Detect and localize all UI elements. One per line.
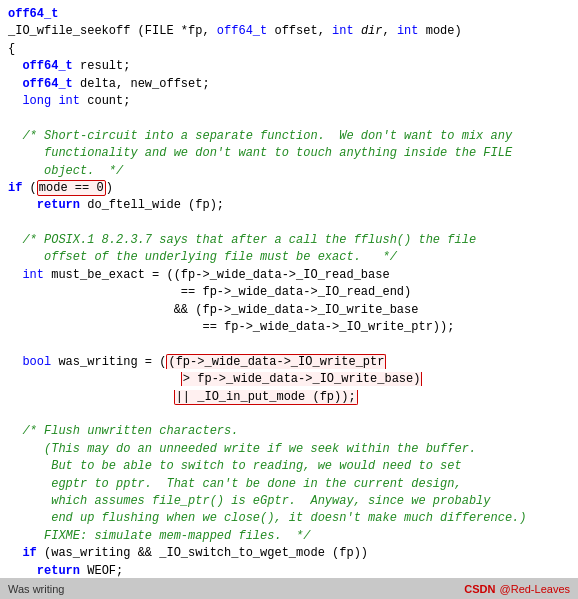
code-line-21: bool was_writing = ((fp->_wide_data->_IO…: [8, 354, 570, 371]
code-line-22: > fp->_wide_data->_IO_write_base): [8, 371, 570, 388]
code-line-2: _IO_wfile_seekoff (FILE *fp, off64_t off…: [8, 23, 570, 40]
code-line-25: /* Flush unwritten characters.: [8, 423, 570, 440]
code-line-4: off64_t result;: [8, 58, 570, 75]
code-line-13: [8, 215, 570, 232]
code-line-8: /* Short-circuit into a separate functio…: [8, 128, 570, 145]
code-line-26: (This may do an unneeded write if we see…: [8, 441, 570, 458]
footer-left: Was writing: [8, 583, 64, 595]
code-line-15: offset of the underlying file must be ex…: [8, 249, 570, 266]
code-line-27: But to be able to switch to reading, we …: [8, 458, 570, 475]
code-line-33: return WEOF;: [8, 563, 570, 579]
code-line-14: /* POSIX.1 8.2.3.7 says that after a cal…: [8, 232, 570, 249]
code-line-1: off64_t: [8, 6, 570, 23]
footer-right: CSDN @Red-Leaves: [464, 583, 570, 595]
code-line-20: [8, 336, 570, 353]
csdn-logo: CSDN: [464, 583, 495, 595]
code-line-18: && (fp->_wide_data->_IO_write_base: [8, 302, 570, 319]
code-line-12: return do_ftell_wide (fp);: [8, 197, 570, 214]
code-line-28: egptr to pptr. That can't be done in the…: [8, 476, 570, 493]
code-line-29: which assumes file_ptr() is eGptr. Anywa…: [8, 493, 570, 510]
code-line-16: int must_be_exact = ((fp->_wide_data->_I…: [8, 267, 570, 284]
code-line-30: end up flushing when we close(), it does…: [8, 510, 570, 527]
code-line-10: object. */: [8, 163, 570, 180]
red-leaves-label: @Red-Leaves: [500, 583, 570, 595]
code-line-9: functionality and we don't want to touch…: [8, 145, 570, 162]
footer-bar: Was writing CSDN @Red-Leaves: [0, 578, 578, 599]
code-container: off64_t _IO_wfile_seekoff (FILE *fp, off…: [0, 0, 578, 578]
was-writing-label: Was writing: [8, 583, 64, 595]
code-line-19: == fp->_wide_data->_IO_write_ptr));: [8, 319, 570, 336]
code-line-11: if (mode == 0): [8, 180, 570, 197]
code-line-23: || _IO_in_put_mode (fp));: [8, 389, 570, 406]
code-line-6: long int count;: [8, 93, 570, 110]
code-line-5: off64_t delta, new_offset;: [8, 76, 570, 93]
code-line-7: [8, 110, 570, 127]
code-line-32: if (was_writing && _IO_switch_to_wget_mo…: [8, 545, 570, 562]
code-line-17: == fp->_wide_data->_IO_read_end): [8, 284, 570, 301]
code-line-24: [8, 406, 570, 423]
code-line-3: {: [8, 41, 570, 58]
code-line-31: FIXME: simulate mem-mapped files. */: [8, 528, 570, 545]
